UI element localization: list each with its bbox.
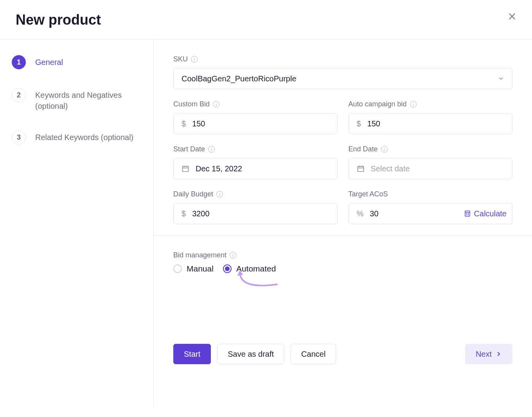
target-acos-input[interactable]: % 30 Calculate bbox=[349, 203, 513, 224]
next-button[interactable]: Next bbox=[465, 344, 512, 364]
step-label: General bbox=[35, 55, 63, 68]
bid-management-label: Bid management i bbox=[173, 251, 512, 259]
radio-label: Manual bbox=[187, 264, 214, 273]
sku-label: SKU i bbox=[173, 55, 512, 63]
currency-prefix: $ bbox=[357, 119, 361, 128]
radio-indicator bbox=[223, 264, 232, 273]
sku-select[interactable]: CoolBagGen2_PuertoRicoPurple bbox=[173, 68, 512, 89]
chevron-down-icon bbox=[498, 75, 504, 82]
main-form: SKU i CoolBagGen2_PuertoRicoPurple Custo… bbox=[154, 40, 532, 407]
info-icon[interactable]: i bbox=[216, 191, 223, 198]
step-general[interactable]: 1 General bbox=[12, 55, 142, 69]
end-date-label: End Date i bbox=[349, 145, 513, 153]
step-keywords-negatives[interactable]: 2 Keywords and Negatives (optional) bbox=[12, 88, 142, 111]
calendar-icon bbox=[357, 165, 365, 173]
start-date-label: Start Date i bbox=[173, 145, 338, 153]
radio-indicator bbox=[173, 264, 182, 273]
info-icon[interactable]: i bbox=[381, 146, 388, 153]
step-number: 2 bbox=[12, 88, 26, 102]
custom-bid-value: 150 bbox=[192, 119, 329, 128]
currency-prefix: $ bbox=[182, 209, 186, 218]
step-number: 3 bbox=[12, 130, 26, 144]
end-date-input[interactable]: Select date bbox=[349, 158, 513, 179]
custom-bid-input[interactable]: $ 150 bbox=[173, 113, 338, 134]
target-acos-label: Target ACoS bbox=[349, 190, 513, 198]
custom-bid-label: Custom Bid i bbox=[173, 100, 338, 108]
info-icon[interactable]: i bbox=[208, 146, 215, 153]
svg-rect-10 bbox=[465, 211, 470, 216]
end-date-placeholder: Select date bbox=[371, 164, 505, 173]
cancel-button[interactable]: Cancel bbox=[291, 344, 336, 364]
info-icon[interactable]: i bbox=[191, 56, 198, 63]
svg-point-15 bbox=[468, 215, 468, 215]
daily-budget-label: Daily Budget i bbox=[173, 190, 338, 198]
step-label: Related Keywords (optional) bbox=[35, 130, 133, 143]
svg-rect-6 bbox=[358, 166, 363, 171]
page-title: New product bbox=[16, 12, 101, 28]
radio-manual[interactable]: Manual bbox=[173, 264, 214, 273]
radio-label: Automated bbox=[236, 264, 276, 273]
start-button[interactable]: Start bbox=[173, 344, 211, 364]
save-draft-button[interactable]: Save as draft bbox=[217, 344, 284, 364]
calculator-icon bbox=[464, 210, 471, 217]
divider bbox=[154, 235, 532, 235]
chevron-right-icon bbox=[496, 351, 502, 357]
svg-point-13 bbox=[468, 214, 468, 214]
calculate-button[interactable]: Calculate bbox=[464, 209, 507, 218]
daily-budget-value: 3200 bbox=[192, 209, 329, 218]
currency-prefix: $ bbox=[182, 119, 186, 128]
start-date-input[interactable]: Dec 15, 2022 bbox=[173, 158, 338, 179]
info-icon[interactable]: i bbox=[213, 101, 219, 108]
auto-bid-label: Auto campaign bid i bbox=[349, 100, 513, 108]
close-button[interactable] bbox=[508, 12, 516, 23]
daily-budget-input[interactable]: $ 3200 bbox=[173, 203, 338, 224]
percent-prefix: % bbox=[357, 209, 364, 218]
svg-rect-2 bbox=[183, 166, 189, 171]
start-date-value: Dec 15, 2022 bbox=[196, 164, 329, 173]
info-icon[interactable]: i bbox=[230, 252, 236, 259]
svg-point-12 bbox=[466, 214, 467, 214]
wizard-steps-sidebar: 1 General 2 Keywords and Negatives (opti… bbox=[0, 40, 154, 407]
calendar-icon bbox=[182, 165, 189, 173]
svg-point-14 bbox=[466, 215, 467, 215]
radio-automated[interactable]: Automated bbox=[223, 264, 276, 273]
step-number: 1 bbox=[12, 55, 26, 69]
sku-value: CoolBagGen2_PuertoRicoPurple bbox=[182, 74, 492, 83]
target-acos-value: 30 bbox=[370, 209, 457, 218]
close-icon bbox=[508, 12, 516, 21]
step-related-keywords[interactable]: 3 Related Keywords (optional) bbox=[12, 130, 142, 144]
auto-bid-value: 150 bbox=[367, 119, 504, 128]
info-icon[interactable]: i bbox=[410, 101, 417, 108]
step-label: Keywords and Negatives (optional) bbox=[35, 88, 142, 111]
auto-bid-input[interactable]: $ 150 bbox=[349, 113, 513, 134]
